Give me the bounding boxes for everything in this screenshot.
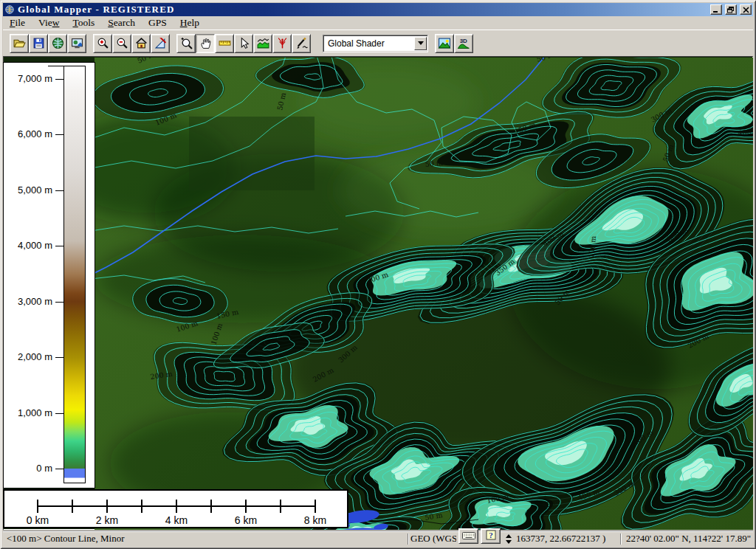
scale-label: 4 km: [154, 514, 199, 526]
status-help-button[interactable]: ?: [481, 528, 501, 544]
legend-tick: [55, 357, 63, 358]
legend-tick: [55, 302, 63, 303]
menubar: FileViewToolsSearchGPSHelp: [3, 16, 753, 30]
feature-info-tool-button[interactable]: [234, 34, 253, 53]
status-separator: [408, 534, 408, 545]
set-square-pencil-icon: [154, 37, 167, 49]
toolbar-group: [176, 34, 311, 53]
window-title: Global Mapper - REGISTERED: [18, 4, 707, 15]
scale-tick: [176, 500, 177, 513]
legend-tick: [55, 134, 63, 135]
digitizer-tool-button[interactable]: [292, 34, 311, 53]
elevation-color-bar: [63, 66, 86, 483]
picture-icon: [438, 37, 451, 49]
status-position-text: 163737, 22.66722137 ): [513, 533, 618, 545]
pan-tool-button[interactable]: [196, 34, 215, 53]
close-icon: [743, 4, 749, 15]
scale-label: 6 km: [224, 514, 268, 526]
scale-tick: [315, 500, 316, 513]
zoom-in-button[interactable]: [93, 34, 112, 53]
download-online-data-button[interactable]: [48, 34, 67, 53]
scale-tick: [141, 500, 142, 513]
spinner-up-icon[interactable]: [506, 534, 512, 538]
scale-bar: 0 km2 km4 km6 km8 km: [3, 489, 348, 528]
menu-item-help[interactable]: Help: [173, 16, 206, 30]
legend-label: 3,000 m: [4, 296, 52, 307]
minimize-icon: [712, 4, 720, 15]
keyboard-icon: [462, 531, 475, 542]
status-separator: [620, 534, 621, 545]
pen-icon: [295, 37, 308, 49]
scale-label: 0 km: [16, 514, 60, 526]
global-mapper-window: Global Mapper - REGISTERED FileViewTools…: [0, 0, 756, 549]
legend-label: 5,000 m: [4, 184, 52, 196]
restore-button[interactable]: [725, 4, 737, 15]
restore-icon: [727, 4, 735, 15]
legend-label: 7,000 m: [4, 73, 52, 84]
scale-tick: [245, 500, 247, 513]
shader-dropdown-arrow-button[interactable]: [414, 37, 427, 50]
legend-label: 4,000 m: [4, 240, 52, 251]
3d-view-icon: 3D: [457, 37, 470, 49]
globe-icon: [52, 37, 64, 49]
legend-tick: [55, 246, 63, 246]
toolbar-group: [10, 34, 86, 53]
svg-text:?: ?: [489, 531, 493, 539]
minimize-button[interactable]: [710, 4, 722, 15]
shader-dropdown[interactable]: Global Shader: [323, 35, 428, 52]
statusbar: <100 m> Contour Line, Minor GEO (WGS8 ? …: [3, 531, 753, 547]
titlebar[interactable]: Global Mapper - REGISTERED: [3, 3, 753, 16]
contour-label: 50 m: [425, 159, 443, 168]
coordinate-entry-button[interactable]: [458, 528, 478, 544]
legend-label: 0 m: [4, 463, 52, 474]
zoom-out-button[interactable]: [112, 34, 131, 53]
scale-tick: [37, 500, 38, 513]
coordinate-format-spinner[interactable]: [504, 532, 513, 545]
show-images-button[interactable]: [435, 34, 454, 53]
save-workspace-button[interactable]: [29, 34, 48, 53]
scale-tick: [72, 500, 73, 513]
toolbar: Global Shader3D: [3, 30, 753, 56]
legend-label: 1,000 m: [4, 407, 52, 418]
magnifier-minus-red-icon: [116, 37, 128, 49]
legend-label: 2,000 m: [4, 351, 52, 362]
cursor-arrow-icon: [238, 37, 250, 49]
capture-screen-button[interactable]: [67, 34, 86, 53]
app-icon: [4, 4, 15, 15]
legend-tick: [55, 79, 63, 80]
scale-tick: [210, 500, 212, 513]
open-folder-icon: [13, 37, 26, 49]
menu-item-file[interactable]: File: [3, 16, 32, 30]
view-3d-button[interactable]: 3D: [454, 34, 473, 53]
scale-tick: [106, 500, 108, 513]
toolbar-group-view: 3D: [435, 34, 473, 53]
floppy-disk-icon: [32, 37, 45, 49]
map-client-area: 50 m50 m100 m50 m50 m150 m300 m400 m50 m…: [3, 56, 753, 530]
menu-item-search[interactable]: Search: [101, 16, 142, 30]
map-canvas[interactable]: 50 m50 m100 m50 m50 m150 m300 m400 m50 m…: [94, 58, 753, 530]
terrain-profile-icon: [257, 37, 269, 49]
open-file-button[interactable]: [10, 34, 29, 53]
path-profile-tool-button[interactable]: [253, 34, 272, 53]
menu-item-tools[interactable]: Tools: [66, 16, 101, 30]
scale-tick: [280, 500, 281, 513]
menu-item-view[interactable]: View: [32, 16, 66, 30]
legend-top-tick: [48, 66, 64, 66]
measure-tool-button[interactable]: [215, 34, 234, 53]
view-shed-tool-button[interactable]: [272, 34, 292, 53]
toolbar-group: [93, 34, 170, 53]
zoom-tool-button[interactable]: [176, 34, 196, 53]
status-projection-text: GEO (WGS8: [410, 533, 456, 545]
help-icon: ?: [486, 530, 496, 542]
full-view-button[interactable]: [131, 34, 151, 53]
spinner-down-icon[interactable]: [506, 540, 512, 544]
zoom-to-scale-button[interactable]: [151, 34, 170, 53]
close-button[interactable]: [740, 4, 752, 15]
legend-tick: [55, 190, 63, 191]
hand-icon: [199, 37, 212, 49]
menu-item-gps[interactable]: GPS: [142, 16, 173, 30]
elevation-legend: 7,000 m6,000 m5,000 m4,000 m3,000 m2,000…: [3, 62, 95, 488]
monitor-icon: [71, 37, 83, 49]
legend-tick: [55, 413, 63, 414]
home-icon: [135, 37, 148, 49]
